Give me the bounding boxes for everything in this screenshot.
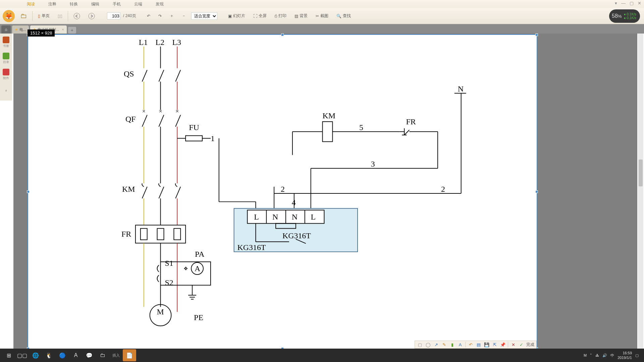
open-button[interactable]: 🗀	[17, 11, 30, 21]
svg-text:FU: FU	[189, 123, 199, 132]
task-view-icon[interactable]: ▢▢	[15, 349, 29, 361]
selected-image[interactable]: L1 L2 L3 QS QF ××× FU	[28, 34, 537, 349]
confirm-icon[interactable]: ✓	[518, 342, 524, 348]
edit-toolbar: ▢ ◯ ↗ ✎ ▮ A ↶ ▤ 💾 ⇱ 📌 ✕ ✓ 完成	[415, 341, 537, 349]
background-button[interactable]: ▤ 背景	[292, 12, 310, 20]
tool-highlight-icon[interactable]: ▮	[449, 342, 455, 348]
tool-ellipse-icon[interactable]: ◯	[425, 342, 431, 348]
sidebar-outline[interactable]: 目录	[1, 52, 11, 64]
svg-rect-27	[185, 136, 202, 141]
tab-close-icon[interactable]: ×	[62, 27, 64, 32]
zoom-mode-select[interactable]: 适合宽度	[191, 12, 217, 20]
svg-text:FR: FR	[121, 230, 131, 238]
find-button[interactable]: 🔍 查找	[334, 12, 354, 20]
screenshot-button[interactable]: ✂ 截图	[313, 12, 331, 20]
document-viewport: L1 L2 L3 QS QF ××× FU	[13, 34, 637, 349]
svg-text:KM: KM	[322, 111, 335, 120]
tray-clock[interactable]: 16:59 2019/1/1	[618, 351, 632, 360]
svg-text:2: 2	[441, 185, 445, 193]
scrollbar-thumb[interactable]	[639, 160, 643, 186]
maximize-icon[interactable]: ▢	[630, 1, 634, 6]
tool-rect-icon[interactable]: ▢	[417, 342, 423, 348]
tray-ime[interactable]: 中	[610, 353, 614, 358]
single-page-button[interactable]: ▯单页	[35, 12, 52, 20]
menu-read[interactable]: 阅读	[27, 1, 35, 7]
svg-rect-42	[157, 229, 164, 240]
continuous-button[interactable]: ▯▯	[55, 12, 65, 20]
menu-edit[interactable]: 编辑	[91, 1, 99, 7]
tray-m-icon[interactable]: M	[584, 353, 587, 357]
menu-mobile[interactable]: 手机	[113, 1, 121, 7]
sidebar-attach[interactable]: 附件	[1, 68, 11, 80]
windows-taskbar: ⊞ ▢▢ 🌐 🐧 🔵 A 💬 🗀 插入 📄 M ˄ 🖧 🔊 中 16:59 20…	[0, 349, 644, 362]
svg-text:FR: FR	[406, 117, 416, 126]
page-number-input[interactable]	[107, 12, 120, 19]
save-icon[interactable]: 💾	[484, 342, 490, 348]
zoom-out-button[interactable]: －	[179, 12, 189, 20]
tray-vol-icon[interactable]: 🔊	[602, 353, 607, 358]
pin-icon[interactable]: 📌	[500, 342, 506, 348]
copy-icon[interactable]: ▤	[476, 342, 482, 348]
app-foxit-icon[interactable]: 📄	[123, 349, 136, 361]
tool-brush-icon[interactable]: ✎	[441, 342, 447, 348]
svg-text:KG316T: KG316T	[282, 231, 311, 240]
speed-badge: 58% ● 0.1K/s ● 0.1K/s	[609, 9, 640, 23]
app-icon[interactable]: 🦊	[3, 10, 15, 22]
svg-line-35	[175, 187, 180, 198]
print-button[interactable]: ⎙ 打印	[272, 12, 289, 20]
doc-tab-1[interactable]: ★ 电...	[12, 25, 29, 34]
app-qq-icon[interactable]: 🐧	[42, 349, 56, 361]
menu-annotate[interactable]: 注释	[48, 1, 56, 7]
forward-button[interactable]	[86, 11, 98, 21]
menu-cloud[interactable]: 云端	[134, 1, 142, 7]
vertical-scrollbar[interactable]	[638, 34, 643, 349]
tray-net-icon[interactable]: 🖧	[595, 353, 599, 357]
svg-text:M: M	[157, 307, 164, 316]
new-tab-button[interactable]: +	[68, 27, 76, 34]
svg-text:L: L	[311, 213, 316, 221]
app-explorer-icon[interactable]: 🗀	[96, 349, 109, 361]
tool-text-icon[interactable]: A	[457, 342, 463, 348]
app-cad-icon[interactable]: A	[69, 349, 83, 361]
sidebar-bookmark[interactable]: 书签	[1, 36, 11, 48]
tray-notif-icon[interactable]: ▢	[635, 353, 639, 358]
svg-text:A: A	[195, 264, 201, 273]
rotate-left-button[interactable]: ↶	[144, 12, 153, 20]
minimize-icon[interactable]: —	[621, 1, 626, 6]
menu-discover[interactable]: 发现	[156, 1, 164, 7]
home-tab[interactable]: ⌂	[1, 25, 11, 34]
zoom-in-button[interactable]: ＋	[167, 12, 176, 20]
svg-rect-40	[136, 225, 185, 243]
fullscreen-button[interactable]: ⛶ 全屏	[251, 12, 269, 20]
svg-text:QS: QS	[124, 69, 134, 78]
tool-arrow-icon[interactable]: ↗	[433, 342, 439, 348]
share-icon[interactable]: ⇱	[492, 342, 498, 348]
svg-text:L1: L1	[139, 38, 148, 47]
sidebar-collapse[interactable]: ∧	[1, 84, 11, 97]
back-button[interactable]	[71, 11, 83, 21]
app-video-icon[interactable]: 插入	[109, 349, 123, 361]
cancel-icon[interactable]: ✕	[510, 342, 516, 348]
app-wechat-icon[interactable]: 💬	[83, 349, 96, 361]
dropdown-icon[interactable]: ▾	[615, 1, 617, 6]
close-icon[interactable]: ✕	[638, 1, 641, 6]
rotate-right-button[interactable]: ↷	[156, 12, 164, 20]
window-controls: ▾ — ▢ ✕	[615, 1, 641, 6]
undo-icon[interactable]: ↶	[468, 342, 474, 348]
start-button[interactable]: ⊞	[2, 349, 15, 361]
svg-line-9	[142, 70, 147, 82]
svg-line-21	[175, 115, 180, 127]
left-sidebar: 书签 目录 附件 ∧	[0, 34, 12, 101]
slideshow-button[interactable]: ▣ 幻灯片	[225, 12, 248, 20]
main-toolbar: 🦊 🗀 ▯单页 ▯▯ / 240页 ↶ ↷ ＋ － 适合宽度 ▣ 幻灯片 ⛶ 全…	[0, 8, 644, 24]
svg-text:L2: L2	[156, 38, 165, 47]
app-edge-icon[interactable]: 🔵	[56, 349, 69, 361]
svg-line-34	[159, 187, 164, 198]
done-label[interactable]: 完成	[526, 342, 534, 348]
tray-up-icon[interactable]: ˄	[590, 353, 592, 358]
svg-text:KM: KM	[122, 185, 135, 193]
menu-convert[interactable]: 转换	[70, 1, 78, 7]
svg-text:QF: QF	[125, 115, 136, 123]
app-browser-icon[interactable]: 🌐	[29, 349, 42, 361]
svg-line-20	[159, 115, 164, 127]
